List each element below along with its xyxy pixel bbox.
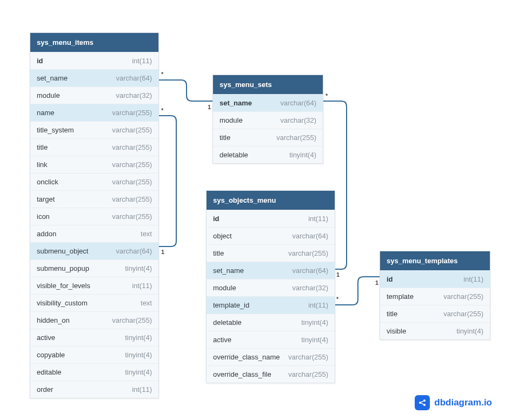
column-type: varchar(255) — [288, 370, 328, 378]
column-type: varchar(64) — [281, 99, 316, 107]
card-one-4: 1 — [375, 279, 378, 286]
table-header: sys_objects_menu — [207, 191, 335, 210]
column-name: active — [213, 336, 231, 344]
table-row: templatevarchar(255) — [380, 288, 490, 305]
column-name: module — [213, 284, 236, 292]
table-row: set_namevarchar(64) — [213, 94, 323, 111]
column-type: varchar(255) — [288, 353, 328, 361]
column-type: text — [141, 230, 152, 238]
column-name: deletable — [213, 318, 242, 326]
table-sys-menu-sets: sys_menu_sets set_namevarchar(64)modulev… — [212, 75, 323, 164]
column-name: target — [37, 195, 55, 203]
column-type: varchar(255) — [112, 178, 152, 186]
column-type: tinyint(4) — [125, 334, 152, 342]
table-body: idint(11)set_namevarchar(64)modulevarcha… — [30, 52, 158, 398]
column-name: order — [37, 385, 53, 394]
column-name: set_name — [213, 266, 244, 275]
table-row: idint(11) — [30, 52, 158, 69]
column-name: onclick — [37, 178, 58, 186]
table-row: namevarchar(255) — [30, 104, 158, 121]
column-type: varchar(255) — [276, 134, 316, 142]
table-sys-menu-items: sys_menu_items idint(11)set_namevarchar(… — [30, 32, 159, 398]
column-type: varchar(255) — [112, 109, 152, 117]
table-row: submenu_popuptinyint(4) — [30, 259, 158, 277]
table-row: orderint(11) — [30, 381, 158, 398]
column-type: varchar(64) — [116, 74, 152, 82]
column-type: int(11) — [132, 385, 152, 394]
column-name: template_id — [213, 301, 249, 309]
table-row: objectvarchar(64) — [207, 227, 335, 244]
card-one-1: 1 — [208, 104, 211, 110]
table-row: addontext — [30, 225, 158, 242]
table-row: set_namevarchar(64) — [207, 262, 335, 279]
column-type: text — [141, 299, 152, 307]
table-row: targetvarchar(255) — [30, 190, 158, 208]
table-row: submenu_objectvarchar(64) — [30, 242, 158, 259]
column-name: submenu_object — [37, 247, 88, 255]
column-type: int(11) — [132, 57, 152, 65]
column-name: visible_for_levels — [37, 282, 90, 290]
column-type: varchar(255) — [443, 310, 483, 318]
share-icon — [415, 395, 430, 410]
table-body: set_namevarchar(64)modulevarchar(32)titl… — [213, 94, 323, 163]
column-type: varchar(32) — [116, 91, 152, 99]
column-type: varchar(64) — [293, 232, 328, 240]
column-name: id — [37, 57, 43, 65]
brand-text: dbdiagram.io — [434, 397, 492, 408]
column-type: int(11) — [132, 282, 152, 290]
column-name: hidden_on — [37, 316, 70, 324]
table-row: copyabletinyint(4) — [30, 346, 158, 363]
table-row: activetinyint(4) — [207, 331, 335, 348]
table-row: visibletinyint(4) — [380, 322, 490, 339]
brand: dbdiagram.io — [415, 395, 492, 410]
column-name: override_class_name — [213, 353, 280, 361]
column-name: active — [37, 334, 55, 342]
column-name: module — [220, 116, 243, 124]
column-type: int(11) — [308, 215, 328, 223]
column-type: varchar(64) — [116, 247, 152, 255]
table-header: sys_menu_items — [30, 33, 158, 52]
column-type: int(11) — [308, 301, 328, 309]
card-star-1: * — [161, 71, 163, 77]
column-name: visible — [387, 327, 406, 335]
column-type: varchar(255) — [112, 126, 152, 134]
table-row: titlevarchar(255) — [380, 305, 490, 322]
table-row: set_namevarchar(64) — [30, 69, 158, 86]
svg-point-1 — [423, 399, 426, 402]
column-name: override_class_file — [213, 370, 271, 378]
column-type: tinyint(4) — [125, 351, 152, 359]
column-type: tinyint(4) — [301, 336, 328, 344]
column-type: varchar(32) — [281, 116, 316, 124]
column-name: visibility_custom — [37, 299, 88, 307]
table-header: sys_menu_templates — [380, 251, 490, 270]
table-row: visible_for_levelsint(11) — [30, 277, 158, 294]
table-header: sys_menu_sets — [213, 75, 323, 94]
column-type: tinyint(4) — [289, 151, 316, 159]
table-row: override_class_filevarchar(255) — [207, 365, 335, 383]
column-name: link — [37, 161, 48, 169]
table-body: idint(11)objectvarchar(64)titlevarchar(2… — [207, 210, 335, 383]
table-row: onclickvarchar(255) — [30, 173, 158, 190]
column-type: tinyint(4) — [125, 368, 152, 376]
table-row: titlevarchar(255) — [30, 138, 158, 156]
table-row: template_idint(11) — [207, 296, 335, 314]
column-type: varchar(255) — [112, 212, 152, 221]
column-name: editable — [37, 368, 62, 376]
column-type: varchar(64) — [293, 266, 328, 275]
column-name: id — [387, 275, 393, 283]
column-type: varchar(255) — [443, 292, 483, 301]
column-type: tinyint(4) — [125, 264, 152, 272]
column-name: set_name — [37, 74, 68, 82]
column-name: name — [37, 109, 55, 117]
table-row: titlevarchar(255) — [213, 129, 323, 146]
table-row: deletabletinyint(4) — [207, 314, 335, 331]
table-row: idint(11) — [380, 270, 490, 288]
card-star-3: * — [325, 92, 328, 99]
table-row: visibility_customtext — [30, 294, 158, 311]
table-row: editabletinyint(4) — [30, 363, 158, 381]
table-row: title_systemvarchar(255) — [30, 121, 158, 138]
table-row: idint(11) — [207, 210, 335, 227]
column-name: copyable — [37, 351, 65, 359]
table-row: modulevarchar(32) — [207, 279, 335, 296]
table-row: override_class_namevarchar(255) — [207, 348, 335, 365]
